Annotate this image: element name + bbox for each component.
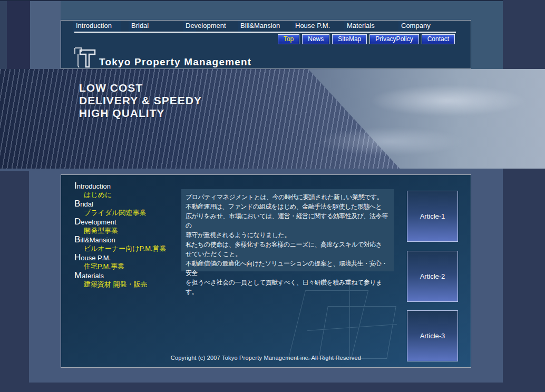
sitemap-button[interactable]: SiteMap	[332, 34, 367, 44]
sidebar-menu: Introduction はじめに Bridal ブライダル関連事業 Devel…	[74, 182, 167, 289]
site-logo[interactable]: Tokyo Property Management	[73, 46, 251, 69]
background-strip-top-left-navy	[7, 0, 30, 69]
sidebar-item-label-jp: ブライダル関連事業	[74, 209, 167, 217]
nav-item-bill-mansion[interactable]: Bill&Mansion	[240, 21, 280, 32]
sidebar-item-label-en: Bill&Mansion	[74, 236, 167, 244]
hero-line-2: DELIVERY & SPEEDY	[79, 94, 202, 107]
blueprint-decoration	[291, 280, 407, 364]
hero-heading: LOW COST DELIVERY & SPEEDY HIGH QUALITY	[79, 82, 202, 120]
top-button[interactable]: Top	[278, 34, 299, 44]
nav-item-introduction[interactable]: Introduction	[76, 21, 112, 32]
sidebar-item-bill-mansion[interactable]: Bill&Mansion ビルオーナー向けP.M.営業	[74, 236, 167, 252]
background-strip-top-left-gray	[30, 0, 61, 69]
background-top-line	[0, 0, 503, 1]
copyright-text: Copyright (c) 2007 Tokyo Property Manage…	[61, 355, 471, 361]
sidebar-item-label-en: Development	[74, 218, 167, 227]
background-strip-left	[0, 171, 29, 383]
intro-text-box: プロパティマネジメントとは、今の時代に要請された新しい業態です。 不動産運用は、…	[181, 189, 394, 271]
article-1-banner[interactable]: Article-1	[407, 191, 458, 242]
hero-line-1: LOW COST	[79, 82, 202, 94]
sidebar-item-label-jp: はじめに	[74, 191, 167, 199]
cloud-decoration	[369, 85, 527, 116]
sidebar-item-house-pm[interactable]: House P.M. 住宅P.M.事業	[74, 253, 167, 270]
nav-underline	[74, 32, 456, 33]
sidebar-item-materials[interactable]: Materials 建築資材 開発・販売	[74, 271, 167, 288]
quick-navigation: Top News SiteMap PrivacyPolicy Contact	[278, 34, 455, 44]
privacy-policy-button[interactable]: PrivacyPolicy	[369, 34, 419, 44]
sidebar-item-label-en: Materials	[74, 271, 167, 280]
nav-item-bridal[interactable]: Bridal	[131, 21, 149, 32]
header: Introduction Bridal Development Bill&Man…	[61, 20, 471, 69]
sidebar-item-development[interactable]: Development 開発型事業	[74, 218, 167, 234]
sidebar-item-label-en: Bridal	[74, 200, 167, 209]
hero-banner-image: LOW COST DELIVERY & SPEEDY HIGH QUALITY	[0, 69, 545, 169]
logo-t-icon	[73, 46, 98, 69]
main-navigation: Introduction Bridal Development Bill&Man…	[61, 21, 471, 32]
site-title: Tokyo Property Management	[99, 56, 251, 68]
blueprint-line	[349, 280, 351, 359]
sidebar-item-label-en: Introduction	[74, 182, 167, 191]
news-button[interactable]: News	[302, 34, 329, 44]
background-strip-right	[503, 0, 545, 392]
article-2-banner[interactable]: Article-2	[407, 251, 458, 302]
nav-item-house-pm[interactable]: House P.M.	[295, 21, 330, 32]
nav-item-materials[interactable]: Materials	[347, 21, 375, 32]
nav-item-development[interactable]: Development	[186, 21, 226, 32]
sidebar-item-label-jp: ビルオーナー向けP.M.営業	[74, 244, 167, 252]
sidebar-item-label-jp: 開発型事業	[74, 227, 167, 234]
sidebar-item-label-jp: 住宅P.M.事業	[74, 262, 167, 270]
background-strip-bottom	[0, 383, 545, 392]
main-content-panel: Introduction はじめに Bridal ブライダル関連事業 Devel…	[61, 174, 471, 368]
article-3-banner[interactable]: Article-3	[407, 310, 458, 361]
sidebar-item-label-jp: 建築資材 開発・販売	[74, 280, 167, 288]
sidebar-item-bridal[interactable]: Bridal ブライダル関連事業	[74, 200, 167, 217]
contact-button[interactable]: Contact	[422, 34, 455, 44]
sidebar-item-introduction[interactable]: Introduction はじめに	[74, 182, 167, 199]
nav-item-company[interactable]: Company	[401, 21, 431, 32]
cloud-decoration	[316, 127, 464, 156]
background-strip-top-left-edge	[0, 0, 7, 69]
hero-line-3: HIGH QUALITY	[79, 107, 202, 120]
blueprint-line	[318, 306, 396, 359]
sidebar-item-label-en: House P.M.	[74, 253, 167, 262]
